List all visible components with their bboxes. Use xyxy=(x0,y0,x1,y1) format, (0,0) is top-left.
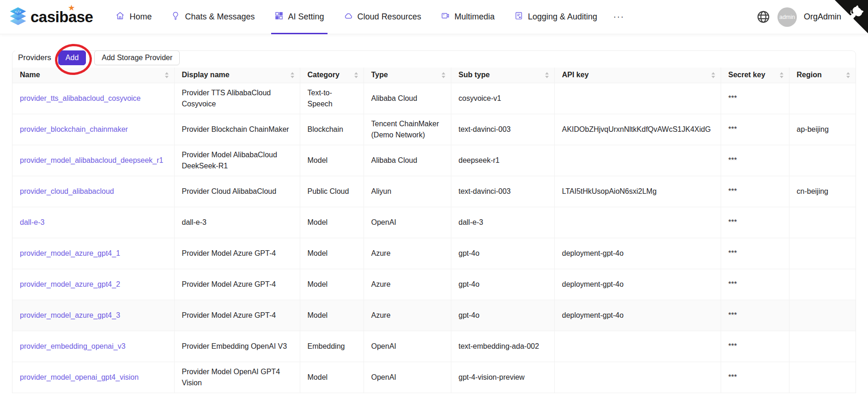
column-header-secret-key[interactable]: Secret key xyxy=(721,68,789,83)
cell-name: provider_tts_alibabacloud_cosyvoice xyxy=(12,83,174,114)
nav-label: Home xyxy=(129,12,152,22)
cell-secret-key: *** xyxy=(721,207,789,238)
cell-name: provider_model_azure_gpt4_1 xyxy=(12,238,174,269)
cell-display-name: dall-e-3 xyxy=(174,207,300,238)
cell-type: Aliyun xyxy=(364,176,451,207)
cell-region: ap-beijing xyxy=(789,114,856,145)
nav-label: Cloud Resources xyxy=(358,12,421,22)
provider-name-link[interactable]: provider_embedding_openai_v3 xyxy=(20,342,126,350)
nav-item-chats-messages[interactable]: Chats & Messages xyxy=(161,0,264,34)
column-header-name[interactable]: Name xyxy=(12,68,174,83)
github-corner-link[interactable] xyxy=(835,0,868,35)
cell-type: Alibaba Cloud xyxy=(364,83,451,114)
sort-icon xyxy=(711,72,715,78)
cell-category: Blockchain xyxy=(300,114,364,145)
cell-sub-type: text-davinci-003 xyxy=(451,114,554,145)
table-row: provider_blockchain_chainmakerProvider B… xyxy=(12,114,856,145)
avatar-label: admin xyxy=(779,14,795,20)
table-header-row: Name Display name Category Type Sub type… xyxy=(12,68,856,83)
column-header-display-name[interactable]: Display name xyxy=(174,68,300,83)
cell-secret-key: *** xyxy=(721,176,789,207)
nav-overflow-button[interactable]: ··· xyxy=(607,12,631,22)
table-row: provider_embedding_openai_v3Provider Emb… xyxy=(12,331,856,362)
nav-item-cloud-resources[interactable]: Cloud Resources xyxy=(334,0,431,34)
provider-name-link[interactable]: provider_model_alibabacloud_deepseek_r1 xyxy=(20,156,163,164)
cell-type: OpenAI xyxy=(364,362,451,393)
cell-region xyxy=(789,83,856,114)
cell-sub-type: gpt-4o xyxy=(451,300,554,331)
table-row: provider_model_alibabacloud_deepseek_r1P… xyxy=(12,145,856,176)
nav-label: Chats & Messages xyxy=(185,12,255,22)
provider-name-link[interactable]: provider_model_azure_gpt4_2 xyxy=(20,280,120,288)
sort-icon xyxy=(442,72,445,78)
column-header-sub-type[interactable]: Sub type xyxy=(451,68,554,83)
cell-sub-type: gpt-4o xyxy=(451,269,554,300)
cell-category: Embedding xyxy=(300,331,364,362)
sort-icon xyxy=(165,72,169,78)
user-avatar[interactable]: admin xyxy=(777,7,797,27)
provider-name-link[interactable]: provider_model_azure_gpt4_1 xyxy=(20,249,120,257)
cell-sub-type: cosyvoice-v1 xyxy=(451,83,554,114)
cell-region xyxy=(789,362,856,393)
globe-icon xyxy=(756,10,771,24)
cell-name: dall-e-3 xyxy=(12,207,174,238)
cell-type: Azure xyxy=(364,300,451,331)
provider-name-link[interactable]: provider_tts_alibabacloud_cosyvoice xyxy=(20,94,141,102)
cell-name: provider_blockchain_chainmaker xyxy=(12,114,174,145)
nav-item-home[interactable]: Home xyxy=(106,0,161,34)
cell-sub-type: gpt-4o xyxy=(451,238,554,269)
column-header-category[interactable]: Category xyxy=(300,68,364,83)
cell-display-name: Provider Model Azure GPT-4 xyxy=(174,300,300,331)
nav-label: Multimedia xyxy=(455,12,495,22)
cell-api-key: AKIDObZHjvqUrxnNltkKdfQvAWcS1JK4XidG xyxy=(554,114,721,145)
add-storage-provider-button[interactable]: Add Storage Provider xyxy=(94,50,180,65)
nav-label: AI Setting xyxy=(288,12,324,22)
cell-display-name: Provider Model AlibabaCloud DeekSeek-R1 xyxy=(174,145,300,176)
cell-display-name: Provider Embedding OpenAI V3 xyxy=(174,331,300,362)
cell-region xyxy=(789,300,856,331)
cell-secret-key: *** xyxy=(721,300,789,331)
column-header-api-key[interactable]: API key xyxy=(554,68,721,83)
providers-table: Name Display name Category Type Sub type… xyxy=(12,68,856,393)
providers-toolbar: Providers Add Add Storage Provider xyxy=(12,51,856,68)
cell-name: provider_model_alibabacloud_deepseek_r1 xyxy=(12,145,174,176)
provider-name-link[interactable]: provider_model_openai_gpt4_vision xyxy=(20,373,139,381)
cell-secret-key: *** xyxy=(721,83,789,114)
cell-api-key xyxy=(554,83,721,114)
star-icon: ★ xyxy=(68,4,74,12)
svg-text:</>: </> xyxy=(15,9,21,13)
provider-name-link[interactable]: provider_blockchain_chainmaker xyxy=(20,125,128,133)
top-navigation: </> casibase ★ Home Cha xyxy=(0,0,868,34)
nav-item-ai-setting[interactable]: AI Setting xyxy=(265,0,334,34)
cell-display-name: Provider TTS AlibabaCloud Cosyvoice xyxy=(174,83,300,114)
brand-logo[interactable]: </> casibase ★ xyxy=(8,6,93,28)
cell-type: OpenAI xyxy=(364,207,451,238)
cell-api-key xyxy=(554,207,721,238)
cell-name: provider_cloud_alibabacloud xyxy=(12,176,174,207)
cell-secret-key: *** xyxy=(721,269,789,300)
column-header-region[interactable]: Region xyxy=(789,68,856,83)
nav-item-logging-auditing[interactable]: Logging & Auditing xyxy=(504,0,607,34)
cell-name: provider_model_azure_gpt4_2 xyxy=(12,269,174,300)
column-header-type[interactable]: Type xyxy=(364,68,451,83)
add-provider-button[interactable]: Add xyxy=(58,50,86,65)
cell-category: Model xyxy=(300,300,364,331)
language-globe-button[interactable] xyxy=(756,10,771,24)
video-camera-icon xyxy=(441,11,450,23)
cell-display-name: Provider Model OpenAI GPT4 Vision xyxy=(174,362,300,393)
provider-name-link[interactable]: provider_model_azure_gpt4_3 xyxy=(20,311,120,319)
cell-category: Model xyxy=(300,145,364,176)
table-row: provider_model_azure_gpt4_2Provider Mode… xyxy=(12,269,856,300)
audit-document-icon xyxy=(514,11,523,23)
bulb-icon xyxy=(171,11,180,23)
provider-name-link[interactable]: provider_cloud_alibabacloud xyxy=(20,187,114,195)
cell-category: Model xyxy=(300,207,364,238)
sort-icon xyxy=(846,72,850,78)
cell-name: provider_model_openai_gpt4_vision xyxy=(12,362,174,393)
table-row: dall-e-3dall-e-3ModelOpenAIdall-e-3*** xyxy=(12,207,856,238)
cell-api-key xyxy=(554,331,721,362)
provider-name-link[interactable]: dall-e-3 xyxy=(20,218,44,226)
cell-secret-key: *** xyxy=(721,331,789,362)
nav-item-multimedia[interactable]: Multimedia xyxy=(431,0,504,34)
brand-name: casibase ★ xyxy=(30,8,93,26)
